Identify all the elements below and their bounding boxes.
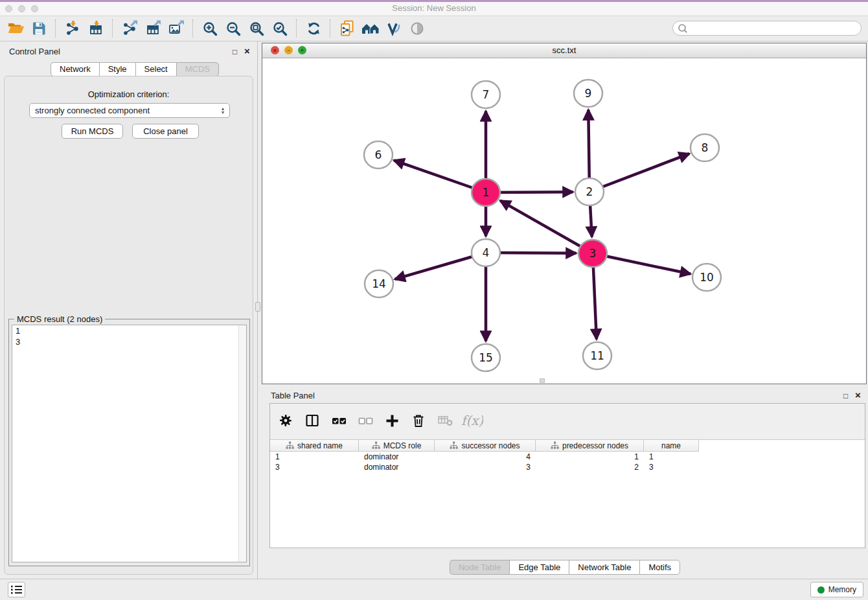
- graph-node-9[interactable]: 9: [574, 80, 602, 107]
- tab-motifs[interactable]: Motifs: [639, 560, 680, 575]
- zoom-in-button[interactable]: [198, 18, 222, 39]
- zoom-selected-button[interactable]: [268, 18, 291, 39]
- table-cell[interactable]: 2: [536, 462, 644, 472]
- tab-mcds[interactable]: MCDS: [176, 62, 219, 76]
- memory-status-dot: [817, 586, 825, 594]
- graph-node-6[interactable]: 6: [364, 141, 393, 168]
- graph-node-1[interactable]: 1: [472, 179, 500, 206]
- toggle-graphics-details-button[interactable]: [382, 18, 405, 39]
- node-label: 8: [702, 141, 709, 154]
- zoom-out-button[interactable]: [222, 18, 245, 39]
- column-header-MCDS-role[interactable]: MCDS role: [359, 440, 435, 452]
- network-canvas[interactable]: 7968124314101511: [262, 58, 866, 384]
- column-header-successor-nodes[interactable]: successor nodes: [435, 440, 536, 452]
- svg-text:f(x): f(x): [461, 413, 483, 428]
- table-cell[interactable]: 3: [435, 462, 536, 472]
- delete-button[interactable]: [409, 411, 428, 430]
- canvas-resize-handle[interactable]: [540, 378, 545, 383]
- memory-button[interactable]: Memory: [810, 582, 863, 597]
- network-file-icon: [339, 19, 356, 37]
- graph-node-7[interactable]: 7: [472, 81, 500, 108]
- float-panel-icon[interactable]: □: [233, 47, 237, 56]
- control-panel-title: Control Panel: [9, 47, 60, 56]
- search-box[interactable]: [672, 21, 862, 36]
- optimization-criterion-label: Optimization criterion:: [5, 89, 253, 99]
- node-label: 6: [375, 148, 382, 161]
- sort-hierarchy-icon: [286, 441, 294, 450]
- tab-network[interactable]: Network: [51, 62, 99, 76]
- import-table-button[interactable]: [84, 18, 108, 39]
- task-history-button[interactable]: [8, 582, 25, 597]
- table-cell[interactable]: dominator: [359, 462, 435, 472]
- split-columns-button[interactable]: [303, 411, 321, 430]
- graph-node-11[interactable]: 11: [583, 342, 611, 369]
- run-mcds-button[interactable]: Run MCDS: [62, 124, 123, 139]
- column-header-shared-name[interactable]: shared name: [270, 440, 359, 452]
- graph-node-14[interactable]: 14: [365, 270, 393, 297]
- table-row[interactable]: 1dominator411: [270, 452, 865, 462]
- graph-node-3[interactable]: 3: [578, 240, 607, 267]
- save-button[interactable]: [27, 18, 51, 39]
- export-image-button[interactable]: [165, 18, 188, 39]
- network-window-title: scc.txt: [262, 45, 866, 55]
- select-all-icon: [331, 413, 347, 428]
- toolbar-separator: [330, 19, 331, 38]
- table-row[interactable]: 3dominator323: [270, 462, 865, 472]
- network-file-button[interactable]: [336, 18, 359, 39]
- panel-splitter-handle[interactable]: [255, 302, 260, 312]
- network-view-window: × − + scc.txt 7968124314101511: [262, 43, 867, 384]
- table-cell[interactable]: 3: [270, 462, 359, 472]
- close-table-panel-icon[interactable]: ×: [855, 391, 861, 399]
- gear-button[interactable]: [277, 411, 295, 430]
- float-table-panel-icon[interactable]: □: [843, 391, 848, 400]
- tab-style[interactable]: Style: [99, 62, 135, 76]
- close-panel-button[interactable]: Close panel: [132, 124, 199, 139]
- node-label: 7: [483, 88, 490, 101]
- status-bar: Memory: [0, 579, 868, 600]
- add-button[interactable]: [383, 411, 401, 430]
- import-table-icon: [87, 19, 105, 37]
- deselect-all-button[interactable]: [356, 411, 374, 430]
- node-label: 3: [589, 247, 597, 260]
- zoom-fit-button[interactable]: [245, 18, 268, 39]
- result-scrollbar[interactable]: [238, 325, 246, 562]
- column-header-name[interactable]: name: [644, 440, 699, 452]
- tab-select[interactable]: Select: [135, 62, 176, 76]
- graph-node-15[interactable]: 15: [472, 344, 500, 371]
- table-cell[interactable]: dominator: [359, 452, 435, 462]
- select-all-button[interactable]: [330, 411, 348, 430]
- edge-2-8[interactable]: [589, 154, 689, 192]
- tab-node-table[interactable]: Node Table: [450, 560, 510, 575]
- edge-3-1[interactable]: [500, 201, 593, 253]
- birdseye-view-button[interactable]: [405, 18, 429, 39]
- close-panel-icon[interactable]: ×: [244, 47, 250, 55]
- column-header-predecessor-nodes[interactable]: predecessor nodes: [536, 440, 644, 452]
- graph-node-8[interactable]: 8: [691, 134, 719, 161]
- node-label: 4: [483, 246, 490, 259]
- graph-node-10[interactable]: 10: [692, 264, 721, 291]
- node-label: 11: [590, 349, 604, 362]
- mcds-result-line: 1: [12, 325, 246, 336]
- refresh-button[interactable]: [302, 18, 325, 39]
- optimization-criterion-select[interactable]: strongly connected component ▴▾: [29, 103, 230, 118]
- import-network-button[interactable]: [61, 18, 84, 39]
- export-table-button[interactable]: [141, 18, 165, 39]
- sort-hierarchy-icon: [450, 441, 458, 450]
- network-window-titlebar: × − + scc.txt: [262, 43, 866, 58]
- export-network-button[interactable]: [118, 18, 141, 39]
- tab-edge-table[interactable]: Edge Table: [509, 560, 569, 575]
- tab-network-table[interactable]: Network Table: [569, 560, 639, 575]
- mcds-result-textarea[interactable]: 13: [12, 325, 247, 562]
- table-cell[interactable]: 4: [435, 452, 536, 462]
- table-cell[interactable]: 1: [270, 452, 359, 462]
- export-image-icon: [168, 19, 185, 37]
- table-cell[interactable]: 1: [644, 452, 699, 462]
- toolbar-separator: [192, 19, 194, 38]
- table-cell[interactable]: 1: [536, 452, 644, 462]
- graph-node-2[interactable]: 2: [575, 178, 604, 205]
- open-folder-button[interactable]: [4, 18, 27, 39]
- graph-node-4[interactable]: 4: [472, 239, 500, 266]
- table-cell[interactable]: 3: [644, 462, 699, 472]
- home-button[interactable]: [359, 18, 382, 39]
- search-input[interactable]: [689, 23, 861, 34]
